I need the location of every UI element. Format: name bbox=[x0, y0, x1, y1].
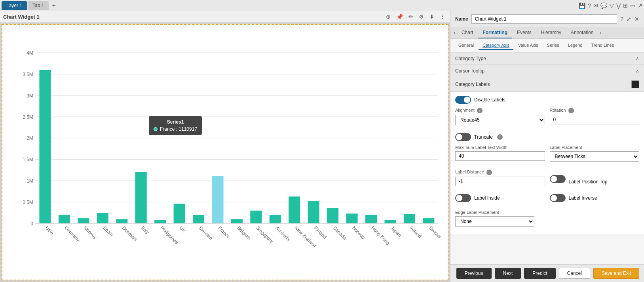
sub-tab-category-axis[interactable]: Category Axis bbox=[479, 41, 513, 50]
svg-rect-38 bbox=[231, 219, 243, 223]
cancel-button[interactable]: Cancel bbox=[559, 268, 590, 279]
svg-rect-26 bbox=[116, 219, 127, 223]
predict-button[interactable]: Predict bbox=[524, 268, 555, 279]
monitor-icon[interactable]: ▭ bbox=[630, 2, 635, 9]
label-distance-group: Label Distance i bbox=[455, 170, 545, 186]
section-cursor-tooltip-title: Cursor Tooltip bbox=[455, 68, 484, 74]
label-placement-select[interactable]: Between Ticks bbox=[550, 151, 640, 162]
svg-text:3.5M: 3.5M bbox=[23, 72, 33, 77]
label-distance-input[interactable] bbox=[455, 177, 545, 186]
rotation-input[interactable] bbox=[550, 115, 640, 124]
svg-rect-36 bbox=[212, 176, 223, 223]
help-icon-right[interactable]: ? bbox=[620, 16, 623, 22]
right-header-icons: ? ⤢ ✕ bbox=[620, 16, 639, 22]
top-bar-icons: 💾 ? ✉ 💬 ▽ ⋁ ⊞ ▭ ↗ bbox=[579, 2, 642, 9]
resize-icon[interactable]: ⤢ bbox=[627, 16, 631, 22]
section-category-type-toggle[interactable]: ∧ bbox=[636, 56, 639, 61]
svg-text:Hong Kong: Hong Kong bbox=[370, 225, 391, 246]
max-label-width-label: Maximum Label Text Width bbox=[455, 145, 545, 150]
right-tab-arrow-right[interactable]: › bbox=[598, 29, 603, 37]
svg-rect-30 bbox=[154, 220, 166, 223]
right-tab-arrow-left[interactable]: ‹ bbox=[452, 29, 457, 37]
section-cursor-tooltip[interactable]: Cursor Tooltip ∧ bbox=[450, 65, 644, 77]
toolbar-settings[interactable]: ⚙ bbox=[417, 13, 426, 21]
svg-rect-18 bbox=[39, 70, 51, 223]
close-icon[interactable]: ✕ bbox=[635, 16, 639, 22]
rotation-info-icon: i bbox=[568, 108, 574, 113]
svg-rect-54 bbox=[384, 220, 396, 223]
alignment-label: Alignment i bbox=[455, 108, 545, 113]
next-button[interactable]: Next bbox=[495, 268, 521, 279]
svg-text:Norway: Norway bbox=[351, 225, 367, 240]
section-cursor-tooltip-toggle[interactable]: ∧ bbox=[636, 68, 639, 74]
label-inside-toggle[interactable] bbox=[455, 194, 471, 202]
disable-labels-toggle[interactable] bbox=[455, 96, 471, 104]
filter-icon[interactable]: ▽ bbox=[610, 2, 614, 9]
section-category-type[interactable]: Category Type ∧ bbox=[450, 53, 644, 65]
previous-button[interactable]: Previous bbox=[456, 268, 492, 279]
max-label-width-input[interactable] bbox=[455, 151, 545, 161]
svg-rect-44 bbox=[289, 196, 300, 223]
tab-annotation[interactable]: Annotation bbox=[566, 27, 598, 38]
table-icon[interactable]: ⊞ bbox=[623, 2, 628, 9]
export-icon[interactable]: ↗ bbox=[638, 2, 642, 9]
svg-rect-28 bbox=[135, 172, 147, 223]
svg-text:USA: USA bbox=[44, 225, 55, 236]
color-swatch[interactable] bbox=[631, 80, 639, 88]
svg-rect-40 bbox=[250, 211, 262, 223]
save-icon[interactable]: 💾 bbox=[579, 2, 585, 9]
section-category-labels[interactable]: Category Labels bbox=[450, 77, 644, 92]
disable-labels-label: Disable Labels bbox=[474, 97, 505, 103]
right-panel: Name ? ⤢ ✕ ‹ Chart Formatting Events Hie… bbox=[450, 11, 644, 282]
truncate-toggle[interactable] bbox=[455, 133, 471, 141]
sub-tab-series[interactable]: Series bbox=[543, 41, 563, 50]
svg-text:Finland: Finland bbox=[313, 225, 328, 240]
tab-layer1[interactable]: Layer 1 bbox=[2, 1, 27, 10]
add-tab-button[interactable]: + bbox=[49, 2, 58, 9]
save-exit-button[interactable]: Save and Exit bbox=[593, 268, 639, 279]
svg-rect-52 bbox=[365, 215, 377, 223]
help-icon[interactable]: ? bbox=[588, 2, 591, 9]
edge-label-placement-group: Edge Label Placement None bbox=[455, 210, 639, 227]
tab-hierarchy[interactable]: Hierarchy bbox=[536, 27, 566, 38]
svg-rect-20 bbox=[59, 215, 70, 223]
tab-formatting[interactable]: Formatting bbox=[478, 27, 512, 38]
svg-rect-24 bbox=[97, 213, 108, 223]
sub-tab-value-axis[interactable]: Value Axis bbox=[514, 41, 542, 50]
tab-events[interactable]: Events bbox=[512, 27, 536, 38]
svg-rect-46 bbox=[308, 201, 319, 223]
section-category-type-title: Category Type bbox=[455, 56, 486, 61]
right-tabs-outer: ‹ Chart Formatting Events Hierarchy Anno… bbox=[450, 27, 644, 39]
label-distance-position-row: Label Distance i Label Position Top bbox=[455, 170, 639, 190]
edge-label-placement-select[interactable]: None bbox=[455, 216, 534, 227]
sub-tab-legend[interactable]: Legend bbox=[564, 41, 587, 50]
label-position-top-toggle[interactable] bbox=[550, 175, 566, 183]
alignment-select[interactable]: Rotate45 bbox=[455, 115, 545, 125]
svg-text:Japan: Japan bbox=[389, 225, 403, 238]
svg-rect-50 bbox=[346, 213, 358, 223]
sub-tab-trend-lines[interactable]: Trend Lines bbox=[587, 41, 618, 50]
filter2-icon[interactable]: ⋁ bbox=[616, 2, 621, 9]
svg-text:Switzer.: Switzer. bbox=[428, 225, 443, 240]
chart-svg: 4M3.5M3M2.5M2M1.5M1M0.5M0USAGermanyNorwa… bbox=[2, 25, 448, 280]
toolbar-download[interactable]: ⬇ bbox=[428, 13, 436, 21]
label-inside-row: Label Inside bbox=[455, 194, 545, 202]
chart-area: 4M3.5M3M2.5M2M1.5M1M0.5M0USAGermanyNorwa… bbox=[2, 24, 448, 280]
tab-tab1[interactable]: Tab 1 bbox=[28, 1, 49, 10]
svg-text:Ireland: Ireland bbox=[408, 225, 423, 239]
chat-icon[interactable]: 💬 bbox=[600, 2, 607, 9]
toolbar-move[interactable]: ⊕ bbox=[384, 13, 392, 21]
toolbar-more[interactable]: ⋮ bbox=[438, 13, 447, 21]
email-icon[interactable]: ✉ bbox=[593, 2, 598, 9]
toolbar-edit[interactable]: ✏ bbox=[407, 13, 415, 21]
alignment-info-icon: i bbox=[477, 108, 483, 113]
widget-name-input[interactable] bbox=[471, 14, 617, 24]
truncate-label: Truncate bbox=[474, 134, 493, 140]
tab-chart[interactable]: Chart bbox=[457, 27, 478, 38]
alignment-rotation-row: Alignment i Rotate45 Rotation i bbox=[455, 108, 639, 129]
svg-rect-32 bbox=[174, 204, 185, 223]
label-inverse-toggle[interactable] bbox=[550, 194, 566, 202]
toolbar-pin[interactable]: 📌 bbox=[395, 13, 405, 21]
svg-text:3M: 3M bbox=[27, 93, 33, 99]
sub-tab-general[interactable]: General bbox=[454, 41, 478, 50]
